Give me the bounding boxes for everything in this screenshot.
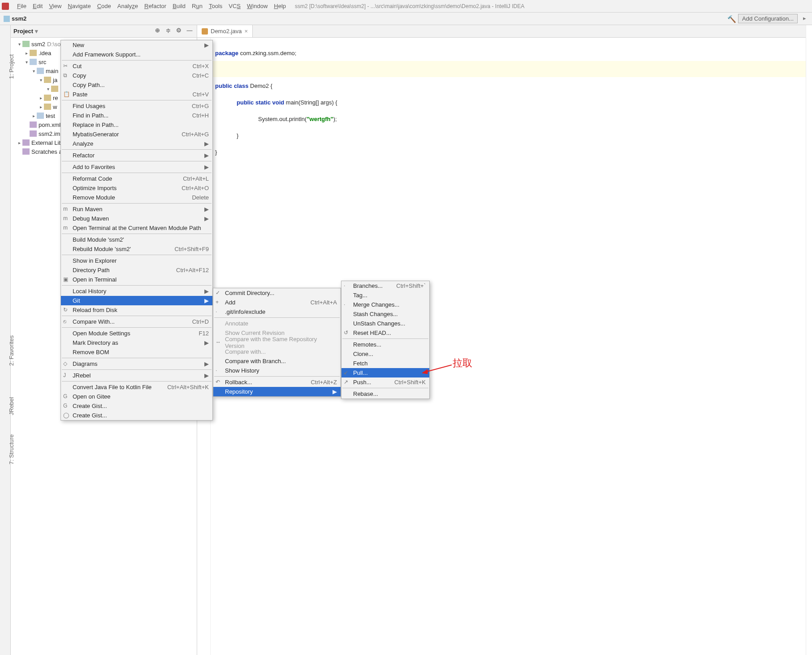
menu-build[interactable]: Build <box>173 3 186 9</box>
menu-item[interactable]: ▣Open in Terminal <box>61 275 212 284</box>
menu-item[interactable]: Optimize ImportsCtrl+Alt+O <box>61 183 212 193</box>
menu-vcs[interactable]: VCS <box>229 3 241 9</box>
menu-item[interactable]: ·Show History <box>213 366 341 375</box>
menu-item[interactable]: Fetch <box>341 359 429 368</box>
menu-item[interactable]: ↺Reset HEAD... <box>341 328 429 338</box>
context-menu-repository[interactable]: ·Branches...Ctrl+Shift+`Tag...·Merge Cha… <box>341 281 430 399</box>
context-menu-git[interactable]: ✓Commit Directory...+AddCtrl+Alt+A·.git/… <box>213 288 341 397</box>
menu-tools[interactable]: Tools <box>209 3 222 9</box>
breadcrumb-bar: ssm2 🔨 Add Configuration... ▸ <box>0 13 812 25</box>
build-icon[interactable]: 🔨 <box>727 15 735 23</box>
menu-item[interactable]: Git▶ <box>61 296 212 305</box>
menu-item: Compare with... <box>213 347 341 356</box>
main-menubar: File Edit View Navigate Code Analyze Ref… <box>0 0 812 13</box>
module-icon <box>4 16 10 22</box>
menu-refactor[interactable]: Refactor <box>144 3 166 9</box>
close-tab-icon[interactable]: × <box>244 28 248 35</box>
menu-item[interactable]: Open Module SettingsF12 <box>61 329 212 338</box>
toolbar-more-icon[interactable]: ▸ <box>800 15 808 23</box>
annotation-arrow <box>421 363 453 374</box>
menu-item[interactable]: Add to Favorites▶ <box>61 162 212 172</box>
menu-file[interactable]: File <box>17 3 26 9</box>
menu-item[interactable]: Remotes... <box>341 340 429 349</box>
menu-item[interactable]: Show in Explorer <box>61 256 212 265</box>
menu-item[interactable]: GCreate Gist... <box>61 401 212 411</box>
menu-item[interactable]: 📋PasteCtrl+V <box>61 90 212 99</box>
collapse-icon[interactable]: ≑ <box>164 27 173 36</box>
toolwindow-tab-structure[interactable]: 7: Structure <box>8 434 15 464</box>
menu-item[interactable]: ·Merge Changes... <box>341 300 429 309</box>
menu-item[interactable]: Stash Changes... <box>341 309 429 319</box>
menu-item[interactable]: ⧉CopyCtrl+C <box>61 71 212 80</box>
editor-tab-demo2[interactable]: Demo2.java × <box>197 25 253 37</box>
settings-icon[interactable]: ⚙ <box>174 27 183 36</box>
menu-item[interactable]: Find in Path...Ctrl+H <box>61 111 212 120</box>
code-content: package com.zking.ssm.demo; public class… <box>215 45 801 160</box>
menu-view[interactable]: View <box>49 3 61 9</box>
menu-item: ↔Compare with the Same Repository Versio… <box>213 338 341 347</box>
menu-item[interactable]: mDebug Maven▶ <box>61 214 212 223</box>
menu-item[interactable]: Compare with Branch... <box>213 356 341 366</box>
menu-item[interactable]: Replace in Path... <box>61 120 212 130</box>
toolwindow-tab-project[interactable]: 1: Project <box>8 54 15 79</box>
menu-item[interactable]: GOpen on Gitee <box>61 392 212 401</box>
menu-item[interactable]: ✂CutCtrl+X <box>61 61 212 71</box>
menu-edit[interactable]: Edit <box>33 3 43 9</box>
menu-item[interactable]: Tag... <box>341 291 429 300</box>
menu-item[interactable]: ↗Push...Ctrl+Shift+K <box>341 377 429 387</box>
menu-item[interactable]: Rebase... <box>341 389 429 399</box>
menu-item[interactable]: JJRebel▶ <box>61 371 212 380</box>
locate-icon[interactable]: ⊕ <box>153 27 162 36</box>
menu-item[interactable]: ↶Rollback...Ctrl+Alt+Z <box>213 377 341 387</box>
menu-item[interactable]: Add Framework Support... <box>61 50 212 59</box>
menu-item[interactable]: mOpen Terminal at the Current Maven Modu… <box>61 223 212 233</box>
menu-item[interactable]: Convert Java File to Kotlin FileCtrl+Alt… <box>61 382 212 392</box>
menu-item[interactable]: Repository▶ <box>213 387 341 396</box>
menu-item[interactable]: Local History▶ <box>61 286 212 296</box>
menu-item[interactable]: Remove BOM <box>61 347 212 357</box>
hide-icon[interactable]: — <box>185 27 194 36</box>
project-panel-header: Project ▾ ⊕ ≑ ⚙ — <box>11 25 197 38</box>
menu-item[interactable]: Build Module 'ssm2' <box>61 235 212 244</box>
menu-item[interactable]: Directory PathCtrl+Alt+F12 <box>61 265 212 275</box>
menu-window[interactable]: Window <box>247 3 268 9</box>
menu-item[interactable]: ◯Create Gist... <box>61 411 212 420</box>
menu-item[interactable]: ↻Reload from Disk <box>61 305 212 315</box>
toolwindow-tab-jrebel[interactable]: JRebel <box>8 397 15 415</box>
menu-item[interactable]: ✓Commit Directory... <box>213 288 341 298</box>
intellij-icon <box>2 3 9 10</box>
menu-analyze[interactable]: Analyze <box>117 3 138 9</box>
breadcrumb-root[interactable]: ssm2 <box>12 15 26 22</box>
menu-navigate[interactable]: Navigate <box>68 3 91 9</box>
svg-line-0 <box>425 365 452 372</box>
menu-item[interactable]: mRun Maven▶ <box>61 204 212 214</box>
menu-item[interactable]: UnStash Changes... <box>341 319 429 328</box>
menu-item[interactable]: MybatisGeneratorCtrl+Alt+G <box>61 130 212 139</box>
menu-item[interactable]: Analyze▶ <box>61 139 212 148</box>
menu-item[interactable]: ·Branches...Ctrl+Shift+` <box>341 281 429 291</box>
menu-item[interactable]: ⎋Compare With...Ctrl+D <box>61 317 212 326</box>
annotation-text: 拉取 <box>453 356 472 370</box>
menu-help[interactable]: Help <box>274 3 286 9</box>
java-file-icon <box>202 28 208 35</box>
menu-item[interactable]: +AddCtrl+Alt+A <box>213 298 341 307</box>
menu-item[interactable]: Find UsagesCtrl+G <box>61 101 212 111</box>
window-title: ssm2 [D:\software\Idea\ssm2] - ...\src\m… <box>295 3 524 9</box>
menu-item[interactable]: Remove ModuleDelete <box>61 193 212 202</box>
menu-item[interactable]: Reformat CodeCtrl+Alt+L <box>61 174 212 183</box>
menu-code[interactable]: Code <box>97 3 111 9</box>
menu-item[interactable]: Clone... <box>341 349 429 359</box>
menu-item[interactable]: Rebuild Module 'ssm2'Ctrl+Shift+F9 <box>61 244 212 254</box>
add-configuration-button[interactable]: Add Configuration... <box>738 14 798 23</box>
toolwindow-tab-favorites[interactable]: 2: Favorites <box>8 335 15 366</box>
menu-item[interactable]: ↙Pull... <box>341 368 429 377</box>
menu-item[interactable]: New▶ <box>61 40 212 50</box>
project-panel-title[interactable]: Project <box>13 28 33 35</box>
menu-item[interactable]: ◇Diagrams▶ <box>61 359 212 369</box>
menu-run[interactable]: Run <box>192 3 203 9</box>
menu-item[interactable]: Copy Path... <box>61 80 212 90</box>
menu-item[interactable]: ·.git/info/exclude <box>213 307 341 317</box>
context-menu-main[interactable]: New▶Add Framework Support...✂CutCtrl+X⧉C… <box>60 40 213 421</box>
menu-item[interactable]: Mark Directory as▶ <box>61 338 212 347</box>
menu-item[interactable]: Refactor▶ <box>61 151 212 160</box>
